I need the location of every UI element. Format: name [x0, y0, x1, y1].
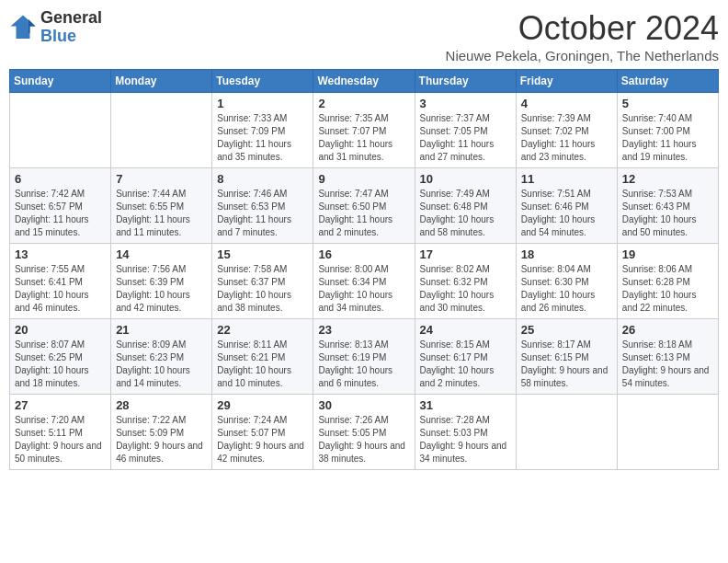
day-info: Sunrise: 8:04 AM Sunset: 6:30 PM Dayligh… — [521, 263, 612, 315]
logo-text: General Blue — [40, 9, 102, 46]
day-info: Sunrise: 7:56 AM Sunset: 6:39 PM Dayligh… — [116, 263, 207, 315]
logo: General Blue — [9, 9, 102, 46]
day-info: Sunrise: 8:17 AM Sunset: 6:15 PM Dayligh… — [521, 339, 612, 390]
day-number: 5 — [622, 97, 713, 110]
day-info: Sunrise: 7:39 AM Sunset: 7:02 PM Dayligh… — [521, 112, 612, 164]
day-info: Sunrise: 7:46 AM Sunset: 6:53 PM Dayligh… — [217, 188, 308, 239]
logo-general-text: General — [40, 9, 102, 28]
day-number: 19 — [622, 247, 713, 261]
day-info: Sunrise: 8:11 AM Sunset: 6:21 PM Dayligh… — [217, 339, 308, 390]
calendar-cell: 31Sunrise: 7:28 AM Sunset: 5:03 PM Dayli… — [415, 395, 516, 470]
day-number: 16 — [318, 247, 409, 261]
day-number: 3 — [420, 97, 511, 110]
calendar-cell: 29Sunrise: 7:24 AM Sunset: 5:07 PM Dayli… — [212, 395, 313, 470]
day-header-monday: Monday — [111, 70, 212, 93]
calendar-table: SundayMondayTuesdayWednesdayThursdayFrid… — [9, 69, 719, 470]
day-info: Sunrise: 8:18 AM Sunset: 6:13 PM Dayligh… — [622, 339, 713, 390]
day-number: 25 — [521, 323, 612, 337]
day-header-sunday: Sunday — [10, 70, 111, 93]
day-info: Sunrise: 8:13 AM Sunset: 6:19 PM Dayligh… — [318, 339, 409, 390]
calendar-cell — [10, 93, 111, 168]
day-info: Sunrise: 8:07 AM Sunset: 6:25 PM Dayligh… — [15, 339, 106, 390]
calendar-cell: 14Sunrise: 7:56 AM Sunset: 6:39 PM Dayli… — [111, 244, 212, 319]
calendar-cell: 18Sunrise: 8:04 AM Sunset: 6:30 PM Dayli… — [516, 244, 617, 319]
calendar-cell: 17Sunrise: 8:02 AM Sunset: 6:32 PM Dayli… — [415, 244, 516, 319]
calendar-cell: 19Sunrise: 8:06 AM Sunset: 6:28 PM Dayli… — [617, 244, 718, 319]
day-number: 12 — [622, 172, 713, 186]
day-info: Sunrise: 7:49 AM Sunset: 6:48 PM Dayligh… — [420, 188, 511, 239]
day-info: Sunrise: 7:51 AM Sunset: 6:46 PM Dayligh… — [521, 188, 612, 239]
day-info: Sunrise: 8:00 AM Sunset: 6:34 PM Dayligh… — [318, 263, 409, 315]
calendar-week-row: 6Sunrise: 7:42 AM Sunset: 6:57 PM Daylig… — [10, 168, 719, 244]
day-info: Sunrise: 7:20 AM Sunset: 5:11 PM Dayligh… — [15, 414, 106, 465]
day-number: 15 — [217, 247, 308, 261]
calendar-cell: 5Sunrise: 7:40 AM Sunset: 7:00 PM Daylig… — [617, 93, 718, 168]
calendar-cell: 6Sunrise: 7:42 AM Sunset: 6:57 PM Daylig… — [10, 168, 111, 244]
day-info: Sunrise: 7:33 AM Sunset: 7:09 PM Dayligh… — [217, 112, 308, 164]
calendar-cell — [617, 395, 718, 470]
svg-marker-1 — [28, 19, 36, 33]
calendar-cell: 24Sunrise: 8:15 AM Sunset: 6:17 PM Dayli… — [415, 319, 516, 395]
day-number: 13 — [15, 247, 106, 261]
calendar-cell: 1Sunrise: 7:33 AM Sunset: 7:09 PM Daylig… — [212, 93, 313, 168]
day-info: Sunrise: 8:15 AM Sunset: 6:17 PM Dayligh… — [420, 339, 511, 390]
calendar-cell: 9Sunrise: 7:47 AM Sunset: 6:50 PM Daylig… — [313, 168, 415, 244]
day-info: Sunrise: 8:02 AM Sunset: 6:32 PM Dayligh… — [420, 263, 511, 315]
page-header: General Blue October 2024 Nieuwe Pekela,… — [9, 9, 719, 63]
day-number: 4 — [521, 97, 612, 110]
calendar-week-row: 13Sunrise: 7:55 AM Sunset: 6:41 PM Dayli… — [10, 244, 719, 319]
calendar-cell: 25Sunrise: 8:17 AM Sunset: 6:15 PM Dayli… — [516, 319, 617, 395]
day-header-wednesday: Wednesday — [313, 70, 415, 93]
calendar-cell: 20Sunrise: 8:07 AM Sunset: 6:25 PM Dayli… — [10, 319, 111, 395]
calendar-cell: 22Sunrise: 8:11 AM Sunset: 6:21 PM Dayli… — [212, 319, 313, 395]
day-number: 26 — [622, 323, 713, 337]
logo-blue-text: Blue — [40, 28, 102, 46]
day-number: 21 — [116, 323, 207, 337]
day-number: 29 — [217, 398, 308, 412]
calendar-cell — [516, 395, 617, 470]
day-info: Sunrise: 7:55 AM Sunset: 6:41 PM Dayligh… — [15, 263, 106, 315]
day-number: 28 — [116, 398, 207, 412]
logo-icon — [9, 14, 37, 41]
calendar-week-row: 27Sunrise: 7:20 AM Sunset: 5:11 PM Dayli… — [10, 395, 719, 470]
calendar-body: 1Sunrise: 7:33 AM Sunset: 7:09 PM Daylig… — [10, 93, 719, 470]
calendar-cell: 27Sunrise: 7:20 AM Sunset: 5:11 PM Dayli… — [10, 395, 111, 470]
day-number: 24 — [420, 323, 511, 337]
day-info: Sunrise: 7:28 AM Sunset: 5:03 PM Dayligh… — [420, 414, 511, 465]
day-number: 18 — [521, 247, 612, 261]
calendar-week-row: 1Sunrise: 7:33 AM Sunset: 7:09 PM Daylig… — [10, 93, 719, 168]
calendar-cell: 28Sunrise: 7:22 AM Sunset: 5:09 PM Dayli… — [111, 395, 212, 470]
calendar-header-row: SundayMondayTuesdayWednesdayThursdayFrid… — [10, 70, 719, 93]
day-number: 17 — [420, 247, 511, 261]
svg-marker-0 — [11, 15, 36, 39]
day-info: Sunrise: 7:53 AM Sunset: 6:43 PM Dayligh… — [622, 188, 713, 239]
day-number: 30 — [318, 398, 409, 412]
day-number: 7 — [116, 172, 207, 186]
day-info: Sunrise: 7:26 AM Sunset: 5:05 PM Dayligh… — [318, 414, 409, 465]
day-info: Sunrise: 8:06 AM Sunset: 6:28 PM Dayligh… — [622, 263, 713, 315]
day-number: 27 — [15, 398, 106, 412]
day-info: Sunrise: 7:42 AM Sunset: 6:57 PM Dayligh… — [15, 188, 106, 239]
day-number: 20 — [15, 323, 106, 337]
calendar-cell: 26Sunrise: 8:18 AM Sunset: 6:13 PM Dayli… — [617, 319, 718, 395]
calendar-cell: 23Sunrise: 8:13 AM Sunset: 6:19 PM Dayli… — [313, 319, 415, 395]
location-text: Nieuwe Pekela, Groningen, The Netherland… — [446, 48, 719, 63]
calendar-cell: 21Sunrise: 8:09 AM Sunset: 6:23 PM Dayli… — [111, 319, 212, 395]
day-header-tuesday: Tuesday — [212, 70, 313, 93]
calendar-cell: 11Sunrise: 7:51 AM Sunset: 6:46 PM Dayli… — [516, 168, 617, 244]
calendar-week-row: 20Sunrise: 8:07 AM Sunset: 6:25 PM Dayli… — [10, 319, 719, 395]
calendar-cell: 8Sunrise: 7:46 AM Sunset: 6:53 PM Daylig… — [212, 168, 313, 244]
title-block: October 2024 Nieuwe Pekela, Groningen, T… — [446, 9, 719, 63]
day-info: Sunrise: 7:47 AM Sunset: 6:50 PM Dayligh… — [318, 188, 409, 239]
day-header-friday: Friday — [516, 70, 617, 93]
calendar-cell: 10Sunrise: 7:49 AM Sunset: 6:48 PM Dayli… — [415, 168, 516, 244]
day-number: 22 — [217, 323, 308, 337]
day-header-saturday: Saturday — [617, 70, 718, 93]
day-info: Sunrise: 7:35 AM Sunset: 7:07 PM Dayligh… — [318, 112, 409, 164]
day-number: 9 — [318, 172, 409, 186]
day-number: 11 — [521, 172, 612, 186]
day-number: 10 — [420, 172, 511, 186]
day-header-thursday: Thursday — [415, 70, 516, 93]
day-info: Sunrise: 7:58 AM Sunset: 6:37 PM Dayligh… — [217, 263, 308, 315]
day-number: 14 — [116, 247, 207, 261]
